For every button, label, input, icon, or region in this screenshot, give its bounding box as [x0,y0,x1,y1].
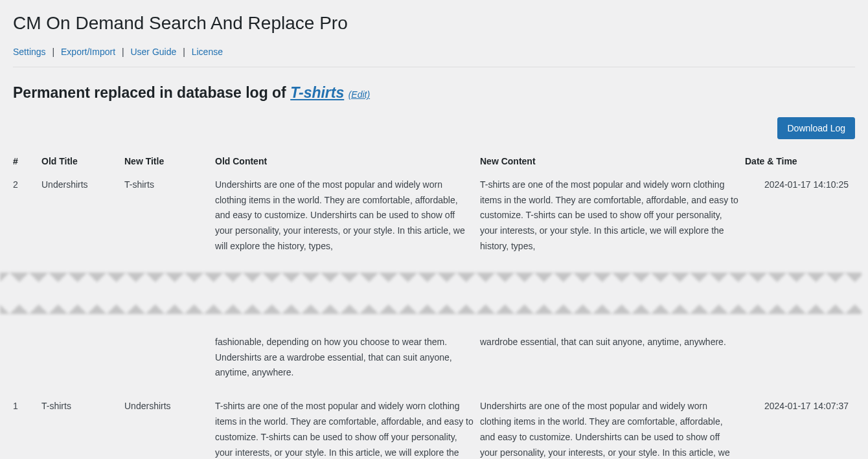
term-link[interactable]: T-shirts [290,84,344,101]
cell-new-content: wardrobe essential, that can suit anyone… [480,332,745,396]
cell-date: 2024-01-17 14:07:37 [745,396,855,459]
cell-old-content-fragment: fashionable, depending on how you choose… [215,335,474,385]
cell-num: 2 [13,175,41,266]
zigzag-bottom-icon [0,300,862,314]
section-title-prefix: Permanent replaced in database log of [13,84,290,101]
col-header-old-title: Old Title [41,150,124,175]
cell-new-content-fragment: wardrobe essential, that can suit anyone… [480,335,738,354]
cell-new-title: T-shirts [124,175,215,266]
nav-export-import[interactable]: Export/Import [61,47,115,57]
truncation-cell [13,266,855,332]
download-log-button[interactable]: Download Log [777,117,855,139]
cell-old-content: T-shirts are one of the most popular and… [215,396,480,459]
cell-num: 1 [13,396,41,459]
cell-new-title [124,332,215,396]
col-header-num: # [13,150,41,175]
cell-new-title: Undershirts [124,396,215,459]
cell-old-content: Undershirts are one of the most popular … [215,175,480,266]
table-row: fashionable, depending on how you choose… [13,332,855,396]
section-title: Permanent replaced in database log of T-… [13,67,855,111]
nav-separator: | [122,47,124,57]
nav-settings[interactable]: Settings [13,47,46,57]
zigzag-top-icon [0,273,862,287]
nav-separator: | [183,47,185,57]
nav-user-guide[interactable]: User Guide [130,47,176,57]
nav-separator: | [52,47,54,57]
cell-old-title: T-shirts [41,396,124,459]
col-header-date: Date & Time [745,150,855,175]
page-title: CM On Demand Search And Replace Pro [13,0,855,41]
col-header-new-title: New Title [124,150,215,175]
cell-old-title [41,332,124,396]
table-row: 2 Undershirts T-shirts Undershirts are o… [13,175,855,266]
col-header-old-content: Old Content [215,150,480,175]
edit-link[interactable]: (Edit) [348,89,370,100]
cell-new-content: Undershirts are one of the most popular … [480,396,745,459]
nav-license[interactable]: License [192,47,223,57]
cell-old-title: Undershirts [41,175,124,266]
cell-new-content: T-shirts are one of the most popular and… [480,175,745,266]
col-header-new-content: New Content [480,150,745,175]
cell-old-content: fashionable, depending on how you choose… [215,332,480,396]
table-row: 1 T-shirts Undershirts T-shirts are one … [13,396,855,459]
truncation-divider [13,266,855,332]
log-table: # Old Title New Title Old Content New Co… [13,150,855,459]
action-bar: Download Log [13,111,855,150]
table-header-row: # Old Title New Title Old Content New Co… [13,150,855,175]
nav-links: Settings | Export/Import | User Guide | … [13,41,855,67]
cell-date [745,332,855,396]
cell-date: 2024-01-17 14:10:25 [745,175,855,266]
cell-num [13,332,41,396]
